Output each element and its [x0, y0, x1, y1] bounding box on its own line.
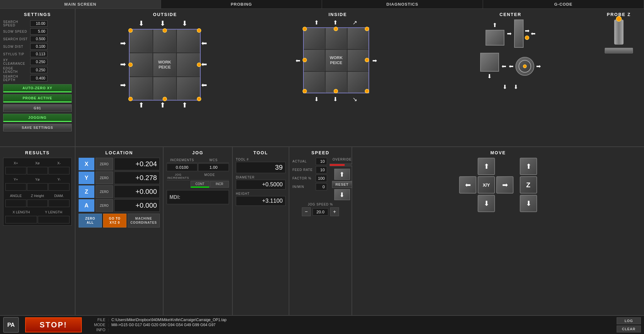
center-arrow-right2[interactable]: ➡ — [525, 27, 530, 34]
outside-arrow-top-l[interactable]: ⬇ — [138, 20, 144, 27]
g91-button[interactable]: G91 — [3, 104, 72, 112]
jog-speed-minus[interactable]: − — [302, 207, 311, 216]
z-up[interactable]: ⬆ — [520, 158, 537, 175]
outside-cell-tl[interactable] — [130, 30, 153, 52]
center-arrow-left2[interactable]: ⬅ — [502, 63, 506, 70]
center-probe-dot — [525, 36, 529, 40]
feedrate-row: FEED RATE 10 — [292, 166, 327, 173]
center-arrow-down1[interactable]: ⬇ — [487, 73, 492, 80]
inside-cell-tc[interactable] — [325, 28, 347, 49]
x-zero-button[interactable]: ZERO — [96, 158, 113, 170]
jog-cont-button[interactable]: CONT — [191, 181, 209, 188]
log-button[interactable]: LOG — [617, 317, 641, 324]
inside-cell-tr[interactable] — [347, 28, 369, 49]
probe-active-button[interactable]: PROBE ACTIVE — [3, 94, 72, 102]
mdi-label: MDI: — [169, 194, 180, 200]
outside-arrow-top-r[interactable]: ⬇ — [182, 20, 187, 27]
outside-arrow-right-t[interactable]: ⬅ — [201, 40, 207, 47]
nav-main-screen[interactable]: MAIN SCREEN — [0, 0, 161, 8]
outside-cell-center[interactable]: WORKPEICE — [153, 53, 176, 76]
z-zero-button[interactable]: ZERO — [96, 185, 113, 198]
nav-diagnostics[interactable]: DIAGNOSTICS — [322, 0, 483, 8]
inside-arrow-top-m[interactable]: ⬆ — [333, 20, 338, 25]
probe-z-controls — [605, 19, 633, 53]
inside-arrow-top-r[interactable]: ↗ — [353, 20, 357, 25]
goto-xyz-button[interactable]: GO TOXYZ 0 — [103, 214, 126, 227]
a-zero-button[interactable]: ZERO — [96, 199, 113, 212]
speed-down-arrow[interactable]: ⬇ — [334, 189, 350, 200]
slow-speed-input[interactable] — [30, 28, 47, 35]
dpad-down[interactable]: ⬇ — [478, 195, 495, 212]
outside-arrow-left-t[interactable]: ➡ — [120, 40, 126, 47]
center-arrow-right3[interactable]: ➡ — [536, 63, 541, 70]
probe-z-dot — [616, 16, 622, 22]
search-dist-input[interactable] — [30, 36, 47, 42]
xy-clearance-input[interactable] — [30, 59, 47, 65]
center-arrow-down2[interactable]: ⬇ — [502, 84, 507, 90]
jogging-button[interactable]: JOGGING — [3, 114, 72, 122]
location-panel: LOCATION X ZERO +0.204 Y ZERO +0.278 Z Z… — [75, 147, 164, 315]
center-crosshair-outer[interactable] — [515, 57, 534, 76]
center-arrow-right1[interactable]: ➡ — [507, 30, 512, 37]
outside-cell-bl[interactable] — [130, 77, 153, 100]
search-speed-input[interactable] — [30, 20, 47, 27]
outside-arrow-left-b[interactable]: ➡ — [120, 82, 126, 89]
slow-dist-input[interactable] — [30, 43, 47, 50]
inside-arrow-right[interactable]: ➡ — [372, 58, 377, 63]
machine-coords-button[interactable]: MACHINECOORDINATES — [128, 214, 160, 227]
speed-up-arrow[interactable]: ⬆ — [334, 169, 350, 180]
search-depth-input[interactable] — [30, 75, 47, 81]
z-down[interactable]: ⬇ — [520, 195, 537, 212]
mdi-input[interactable] — [183, 194, 226, 200]
nav-probing[interactable]: PROBING — [161, 0, 322, 8]
save-settings-button[interactable]: SAVE SETTINGS — [3, 124, 72, 131]
dpad-right[interactable]: ➡ — [496, 176, 514, 194]
outside-cell-mr[interactable] — [177, 53, 200, 76]
outside-arrow-top-m[interactable]: ⬇ — [160, 20, 165, 27]
outside-arrow-bot-m[interactable]: ⬆ — [160, 102, 165, 109]
jog-increments-value[interactable]: 0.0100 — [167, 163, 197, 171]
center-block-taller[interactable] — [480, 53, 499, 72]
jog-speed-plus[interactable]: + — [330, 207, 339, 216]
inside-cell-ml[interactable] — [304, 50, 325, 71]
zero-all-button[interactable]: ZEROALL — [79, 214, 102, 227]
outside-arrow-bot-l[interactable]: ⬆ — [138, 102, 144, 109]
center-arrow-left1[interactable]: ⬅ — [531, 30, 536, 37]
speed-reset-button[interactable]: RESET — [332, 181, 352, 188]
clear-button[interactable]: CLEAR — [617, 326, 641, 332]
file-info: FILE : C:\Users\Mike\Dropbox\940M\Mike\K… — [88, 318, 610, 332]
center-block-small[interactable] — [486, 30, 504, 46]
outside-cell-bc[interactable] — [153, 77, 176, 100]
center-arrow-down3[interactable]: ⬇ — [514, 84, 518, 90]
center-tall-block[interactable] — [514, 19, 524, 48]
stylus-tip-input[interactable] — [30, 51, 47, 57]
center-arrow-up1[interactable]: ⬆ — [492, 22, 497, 29]
outside-arrow-left-m[interactable]: ➡ — [120, 61, 126, 68]
nav-gcode[interactable]: G-CODE — [483, 0, 644, 8]
inside-arrow-bot-r[interactable]: ↘ — [353, 96, 357, 102]
outside-cell-tr[interactable] — [177, 30, 200, 52]
jog-incr-button[interactable]: INCR — [210, 181, 229, 188]
inside-arrow-top-l[interactable]: ⬆ — [314, 20, 319, 25]
dpad-xy-label[interactable]: X/Y — [478, 176, 495, 194]
y-zero-button[interactable]: ZERO — [96, 172, 113, 184]
center-arrow-left3[interactable]: ⬅ — [509, 63, 514, 70]
inside-cell-tl[interactable] — [304, 28, 325, 49]
outside-arrow-bot-r[interactable]: ⬆ — [182, 102, 187, 109]
edge-length-input[interactable] — [30, 67, 47, 73]
outside-arrow-right-m[interactable]: ⬅ — [201, 61, 207, 68]
dpad-up[interactable]: ⬆ — [478, 158, 495, 175]
dpad-left[interactable]: ⬅ — [459, 176, 476, 194]
auto-zero-xy-button[interactable]: AUTO-ZERO XY — [3, 84, 72, 92]
outside-cell-ml[interactable] — [130, 53, 153, 76]
inside-cell-bl[interactable] — [304, 72, 325, 93]
inside-arrow-bot-m[interactable]: ⬇ — [333, 96, 338, 102]
outside-arrow-right-b[interactable]: ⬅ — [201, 82, 207, 89]
inside-cell-center[interactable]: WORKPEICE — [325, 50, 347, 71]
inside-arrow-left[interactable]: ⬅ — [296, 58, 300, 63]
z-label[interactable]: Z — [520, 176, 537, 194]
outside-cell-tc[interactable] — [153, 30, 176, 52]
stop-button[interactable]: STOP! — [25, 317, 82, 332]
inside-arrow-bot-l[interactable]: ⬇ — [314, 96, 319, 102]
outside-cell-br[interactable] — [177, 77, 200, 100]
